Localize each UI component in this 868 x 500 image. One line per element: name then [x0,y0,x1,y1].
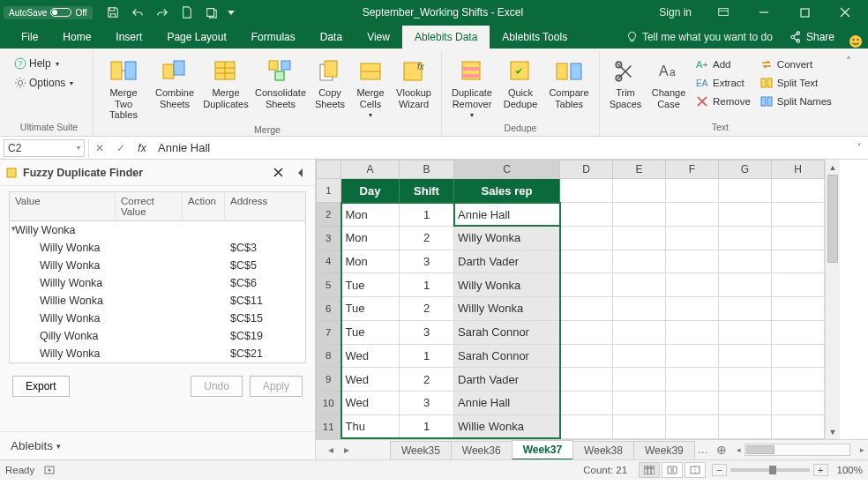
cell[interactable] [613,226,666,250]
remove-text-button[interactable]: Remove [692,93,754,110]
cell[interactable] [560,179,613,203]
cell[interactable]: Tue [341,273,400,297]
trim-spaces-button[interactable]: Trim Spaces [605,56,646,111]
cell[interactable] [560,392,613,415]
cell[interactable] [719,250,772,273]
cell[interactable] [772,226,825,250]
cell[interactable]: Tue [341,297,400,321]
cell[interactable] [560,414,613,438]
cell[interactable] [719,344,772,368]
worksheet-grid[interactable]: A B C D E F G H 1 Day Shift Sales rep 2 … [316,160,825,439]
cell[interactable]: Willy Wonka [454,226,560,250]
tree-child-row[interactable]: Willly Wonka$C$6 [10,274,305,292]
cell[interactable] [560,250,613,273]
vertical-scrollbar[interactable]: ▲ ▼ [825,160,840,439]
cell[interactable]: Wed [341,344,400,368]
cell[interactable] [719,226,772,250]
cell[interactable]: 2 [400,368,454,392]
cell[interactable]: Day [341,179,400,203]
zoom-in-icon[interactable]: + [813,464,828,476]
tab-ablebits-data[interactable]: Ablebits Data [402,26,490,49]
pane-close-icon[interactable] [269,164,287,182]
cell[interactable] [560,203,613,227]
cell[interactable] [772,297,825,321]
tab-insert[interactable]: Insert [103,26,154,49]
cell[interactable] [560,368,613,392]
tab-data[interactable]: Data [308,26,355,49]
help-dropdown[interactable]: ? Help ▾ [11,56,63,71]
cell[interactable] [719,320,772,344]
cell[interactable] [613,414,666,438]
add-sheet-icon[interactable]: ⊕ [712,443,731,457]
row-header[interactable]: 10 [317,392,341,415]
scroll-up-icon[interactable]: ▲ [826,160,840,175]
qat-overflow-icon[interactable] [200,3,223,22]
cell[interactable]: Wed [341,368,400,392]
change-case-button[interactable]: AaChange Case [647,56,690,111]
cell[interactable] [666,273,719,297]
tab-overflow-icon[interactable]: … [694,444,712,456]
cell[interactable] [666,344,719,368]
view-page-layout-icon[interactable] [662,462,683,478]
view-normal-icon[interactable] [639,462,660,478]
qat-dropdown-icon[interactable] [225,3,237,22]
cell[interactable]: 1 [400,203,454,227]
pane-footer[interactable]: Ablebits ▾ [0,431,315,459]
cell[interactable] [560,273,613,297]
hscroll-right-icon[interactable]: ▸ [856,445,868,454]
cell[interactable] [560,344,613,368]
cell[interactable]: Willie Wonka [454,414,560,438]
cell[interactable] [719,414,772,438]
sign-in-link[interactable]: Sign in [648,6,702,19]
cell[interactable]: 1 [400,344,454,368]
cell[interactable] [613,250,666,273]
cell[interactable]: 1 [400,273,454,297]
autosave-toggle[interactable]: AutoSave Off [4,6,93,19]
scroll-down-icon[interactable]: ▼ [826,424,840,439]
col-header[interactable]: B [400,160,454,179]
tab-formulas[interactable]: Formulas [239,26,308,49]
cell[interactable] [613,320,666,344]
cell[interactable]: 2 [400,297,454,321]
split-text-button[interactable]: Split Text [756,74,835,92]
cell[interactable]: Shift [400,179,454,203]
cell[interactable] [613,392,666,415]
pane-results-grid[interactable]: Value Correct Value Action Address Willy… [9,191,306,363]
tab-ablebits-tools[interactable]: Ablebits Tools [490,26,580,49]
name-box[interactable]: C2 ▾ [4,139,85,157]
tab-file[interactable]: File [9,26,50,49]
view-page-break-icon[interactable] [685,462,706,478]
sheet-tab[interactable]: Week36 [451,441,513,459]
cell[interactable] [560,226,613,250]
undo-icon[interactable] [126,3,149,22]
options-dropdown[interactable]: Options ▾ [11,75,77,91]
export-button[interactable]: Export [12,376,70,397]
apply-button[interactable]: Apply [250,376,303,397]
tree-child-row[interactable]: Willy Wonka$C$21 [10,345,305,362]
cell[interactable]: Mon [341,203,400,227]
cell[interactable]: 3 [400,320,454,344]
row-header[interactable]: 4 [317,250,341,273]
tab-nav-next-icon[interactable]: ▸ [339,444,355,456]
combine-sheets-button[interactable]: Combine Sheets [150,56,199,111]
extract-text-button[interactable]: EAExtract [692,74,754,92]
cell[interactable] [719,179,772,203]
zoom-slider[interactable] [730,468,810,472]
cell[interactable]: 3 [400,392,454,415]
split-names-button[interactable]: Split Names [756,93,835,110]
cell[interactable] [613,368,666,392]
sheet-tab[interactable]: Week35 [390,441,452,459]
cell[interactable] [772,344,825,368]
cell[interactable]: Sarah Connor [454,320,560,344]
merge-two-tables-button[interactable]: Merge Two Tables [99,56,148,123]
col-header[interactable]: G [719,160,772,179]
copy-sheets-button[interactable]: Copy Sheets [311,56,349,111]
feedback-smile-icon[interactable] [843,34,868,49]
col-header[interactable]: H [772,160,825,179]
save-icon[interactable] [101,3,124,22]
tab-page-layout[interactable]: Page Layout [154,26,238,49]
zoom-out-icon[interactable]: − [712,464,727,476]
consolidate-sheets-button[interactable]: Consolidate Sheets [252,56,309,111]
cell[interactable]: Mon [341,226,400,250]
compare-tables-button[interactable]: Compare Tables [544,56,594,111]
